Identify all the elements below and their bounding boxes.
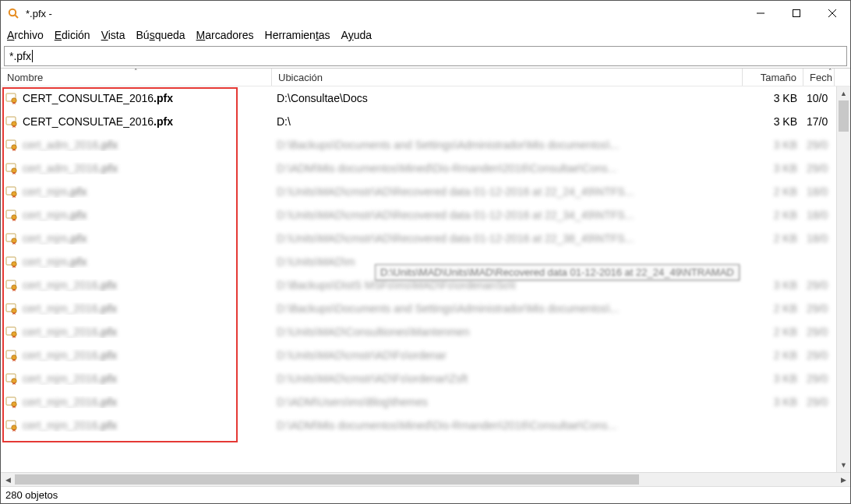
certificate-file-icon [5,115,18,128]
menu-archivo[interactable]: Archivo [7,29,44,41]
svg-line-1 [15,15,18,18]
file-name: cert_mjm_2016.pfx [23,326,117,338]
menu-herramientas[interactable]: Herramientas [265,29,330,41]
path-tooltip: D:\Units\MAD\Units\MAD\Recovered data 01… [375,264,740,280]
file-name: cert_mjm.pfx [23,209,87,221]
file-name: cert_mjm.pfx [23,256,87,268]
cell-size: 3 KB [743,162,803,174]
cell-date: 29/0 [803,396,832,408]
certificate-file-icon [5,396,18,408]
window-controls [743,1,850,26]
column-header-name[interactable]: Nombre ˄ [1,69,272,86]
cell-location: D:\Units\MAD\cmstr\AD\Fs\ordenar [272,349,743,361]
cell-date: 10/0 [803,92,832,104]
column-header-location[interactable]: Ubicación [272,69,743,86]
cell-location: D:\Units\MAD\cmstr\AD\Recovered data 01-… [272,185,743,198]
cell-name: cert_adm_2016.pfx [1,162,272,174]
cell-location: D:\Units\MAD\cmstr\AD\Fs\ordenar\Zsft [272,372,743,385]
result-row[interactable]: cert_mjm.pfxD:\Units\MAD\cmstr\AD\Recove… [1,180,835,203]
cell-size: 3 KB [743,139,803,151]
cell-date: 18/0 [803,232,832,245]
cell-size: 2 KB [743,232,803,245]
menubar: Archivo Edición Vista Búsqueda Marcadore… [1,26,850,46]
cell-size: 2 KB [743,326,803,338]
result-row[interactable]: cert_mjm_2016.pfxD:\ADM\Mis documentos\M… [1,414,835,437]
result-row[interactable]: cert_mjm_2016.pfxD:\Backups\Documents an… [1,297,835,320]
cell-location: D:\ [272,115,743,128]
column-headers: Nombre ˄ Ubicación Tamaño Fech ˄ [1,68,850,86]
scroll-thumb[interactable] [839,100,849,132]
result-row[interactable]: CERT_CONSULTAE_2016.pfxD:\Consultae\Docs… [1,86,835,110]
certificate-file-icon [5,372,18,385]
menu-vista[interactable]: Vista [101,29,125,41]
results-pane: CERT_CONSULTAE_2016.pfxD:\Consultae\Docs… [1,86,850,472]
result-row[interactable]: cert_mjm.pfxD:\Units\MAD\cmstr\AD\Recove… [1,227,835,250]
column-header-size[interactable]: Tamaño [743,69,803,86]
result-row[interactable]: cert_mjm_2016.pfxD:\Units\MAD\cmstr\AD\F… [1,344,835,367]
cell-name: cert_mjm_2016.pfx [1,302,272,315]
result-row[interactable]: cert_mjm.pfxD:\Units\MAD\cmstr\AD\Recove… [1,203,835,227]
scroll-track[interactable] [837,100,850,458]
search-value: *.pfx [9,50,31,62]
svg-rect-3 [793,10,800,17]
cell-size: 2 KB [743,302,803,315]
cell-date: 29/0 [803,162,832,174]
vertical-scrollbar[interactable]: ▲ ▼ [836,86,850,472]
text-caret [32,50,33,62]
hscroll-thumb[interactable] [15,474,639,485]
sort-indicator-icon: ˄ [828,68,832,76]
result-row[interactable]: cert_mjm_2016.pfxD:\ADM\Users\ms\Blog\th… [1,390,835,414]
result-row[interactable]: cert_adm_2016.pfxD:\ADM\Mis documentos\M… [1,157,835,180]
result-row[interactable]: cert_adm_2016.pfxD:\Backups\Documents an… [1,133,835,157]
scroll-right-icon[interactable]: ▶ [836,473,850,486]
scroll-left-icon[interactable]: ◀ [1,473,15,486]
cell-size: 2 KB [743,185,803,198]
menu-ayuda[interactable]: Ayuda [341,29,372,41]
result-row[interactable]: cert_mjm_2016.pfxD:\Units\MAD\Consultion… [1,320,835,344]
scroll-up-icon[interactable]: ▲ [837,86,850,100]
cell-size: 3 KB [743,396,803,408]
cell-size: 2 KB [743,209,803,221]
menu-busqueda[interactable]: Búsqueda [136,29,185,41]
close-button[interactable] [814,1,850,26]
cell-date: 18/0 [803,209,832,221]
cell-name: cert_mjm.pfx [1,209,272,221]
certificate-file-icon [5,185,18,198]
cell-size: 3 KB [743,372,803,385]
cell-date: 29/0 [803,279,832,291]
cell-location: D:\Backups\DistS MSFs\ms\MAD\Fs\ordenanS… [272,279,743,291]
menu-edicion[interactable]: Edición [55,29,90,41]
cell-size: 2 KB [743,349,803,361]
horizontal-scrollbar[interactable]: ◀ ▶ [1,472,850,486]
cell-location: D:\ADM\Mis documentos\Mined\Dis-Rmanden\… [272,419,743,432]
cell-date: 29/0 [803,302,832,315]
file-name: CERT_CONSULTAE_2016.pfx [23,92,173,104]
cell-location: D:\Consultae\Docs [272,92,743,104]
statusbar: 280 objetos [1,486,850,503]
certificate-file-icon [5,256,18,268]
minimize-button[interactable] [743,1,779,26]
hscroll-track[interactable] [15,473,836,486]
search-input[interactable]: *.pfx [4,46,847,66]
result-row[interactable]: cert_mjm_2016.pfxD:\Units\MAD\cmstr\AD\F… [1,367,835,390]
certificate-file-icon [5,302,18,315]
sort-indicator-icon: ˄ [134,68,138,76]
certificate-file-icon [5,232,18,245]
cell-size: 3 KB [743,115,803,128]
cell-name: cert_mjm_2016.pfx [1,419,272,432]
column-header-date[interactable]: Fech ˄ [803,69,835,86]
file-name: cert_mjm_2016.pfx [23,419,117,432]
app-icon [7,7,19,19]
cell-size: 3 KB [743,92,803,104]
cell-name: cert_mjm_2016.pfx [1,396,272,408]
menu-marcadores[interactable]: Marcadores [196,29,254,41]
cell-name: cert_mjm.pfx [1,232,272,245]
cell-name: cert_mjm_2016.pfx [1,279,272,291]
result-row[interactable]: CERT_CONSULTAE_2016.pfxD:\3 KB17/0 [1,110,835,133]
svg-point-0 [9,9,16,16]
cell-date: 17/0 [803,115,832,128]
cell-location: D:\Units\MAD\Consultiones\Mantenmen [272,326,743,338]
maximize-button[interactable] [779,1,814,26]
cell-location: D:\ADM\Users\ms\Blog\themes [272,396,743,408]
scroll-down-icon[interactable]: ▼ [837,458,850,472]
